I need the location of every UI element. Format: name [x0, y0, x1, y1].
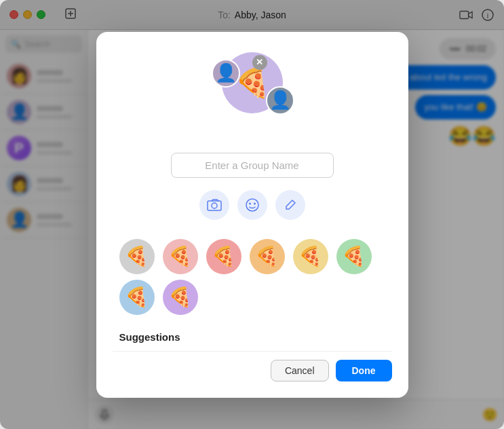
app-window: To: Abby, Jason i 🔍 Search	[0, 0, 504, 429]
close-badge[interactable]: ✕	[252, 55, 267, 70]
cancel-button[interactable]: Cancel	[271, 360, 329, 381]
action-icons-row	[199, 190, 305, 220]
emoji-option-blue[interactable]: 🍕	[119, 280, 155, 315]
done-button[interactable]: Done	[336, 360, 392, 381]
svg-point-12	[254, 202, 256, 204]
group-avatar-person2: 👤	[266, 86, 294, 115]
emoji-option-yellow[interactable]: 🍕	[293, 239, 328, 274]
emoji-action-button[interactable]	[237, 190, 267, 220]
group-details-modal: 🍕 👤 👤 ✕	[96, 32, 408, 398]
modal-overlay: 🍕 👤 👤 ✕	[0, 0, 504, 429]
group-avatar-area: 🍕 👤 👤 ✕	[191, 52, 313, 141]
emoji-option-purple[interactable]: 🍕	[163, 280, 198, 315]
svg-point-11	[249, 202, 251, 204]
emoji-option-gray[interactable]: 🍕	[119, 239, 155, 274]
svg-point-9	[212, 203, 217, 208]
pencil-action-button[interactable]	[275, 190, 305, 220]
person2-icon: 👤	[269, 90, 291, 111]
emoji-option-salmon[interactable]: 🍕	[206, 239, 241, 274]
group-name-input[interactable]	[171, 153, 334, 178]
emoji-option-peach[interactable]: 🍕	[250, 239, 285, 274]
emoji-grid: 🍕 🍕 🍕 🍕 🍕 🍕 🍕 🍕	[113, 239, 392, 315]
emoji-option-green[interactable]: 🍕	[336, 239, 372, 274]
modal-footer: Cancel Done	[113, 351, 392, 381]
suggestions-label: Suggestions	[119, 331, 180, 343]
svg-point-10	[246, 199, 258, 211]
photo-action-button[interactable]	[199, 190, 229, 220]
person1-icon: 👤	[215, 62, 237, 83]
group-avatar-person1: 👤	[212, 59, 240, 88]
svg-rect-8	[208, 201, 221, 210]
emoji-option-pink[interactable]: 🍕	[163, 239, 198, 274]
